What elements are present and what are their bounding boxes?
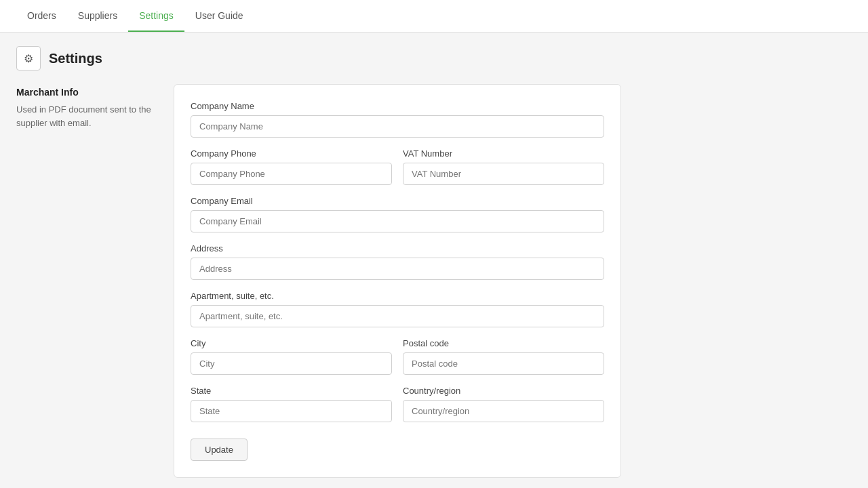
apartment-group: Apartment, suite, etc. (191, 291, 604, 327)
phone-vat-row: Company Phone VAT Number (191, 148, 604, 185)
sidebar-section-desc: Used in PDF document sent to the supplie… (16, 103, 152, 129)
address-input[interactable] (191, 258, 604, 280)
nav-item-user-guide[interactable]: User Guide (184, 1, 254, 32)
company-phone-label: Company Phone (191, 148, 392, 159)
address-label: Address (191, 243, 604, 253)
vat-number-col: VAT Number (403, 148, 604, 185)
state-label: State (191, 386, 392, 396)
page-header: ⚙ Settings (16, 46, 852, 70)
apartment-input[interactable] (191, 305, 604, 327)
postal-code-group: Postal code (403, 338, 604, 375)
vat-number-input[interactable] (403, 163, 604, 185)
apartment-label: Apartment, suite, etc. (191, 291, 604, 301)
postal-code-col: Postal code (403, 338, 604, 375)
country-group: Country/region (403, 386, 604, 422)
nav-item-settings[interactable]: Settings (128, 1, 184, 32)
city-label: City (191, 338, 392, 348)
sidebar-info: Marchant Info Used in PDF document sent … (16, 84, 152, 478)
city-input[interactable] (191, 352, 392, 375)
company-email-group: Company Email (191, 196, 604, 232)
form-card: Company Name Company Phone VAT Number (174, 84, 621, 478)
state-group: State (191, 386, 392, 422)
nav-bar: Orders Suppliers Settings User Guide (0, 0, 868, 33)
city-col: City (191, 338, 392, 375)
state-col: State (191, 386, 392, 422)
company-name-group: Company Name (191, 101, 604, 138)
page-container: ⚙ Settings Marchant Info Used in PDF doc… (0, 33, 868, 488)
country-col: Country/region (403, 386, 604, 422)
company-phone-group: Company Phone (191, 148, 392, 185)
country-label: Country/region (403, 386, 604, 396)
company-name-input[interactable] (191, 115, 604, 138)
page-title: Settings (49, 51, 102, 66)
nav-item-suppliers[interactable]: Suppliers (67, 1, 128, 32)
gear-icon: ⚙ (16, 46, 41, 70)
country-input[interactable] (403, 400, 604, 422)
postal-code-label: Postal code (403, 338, 604, 348)
company-phone-col: Company Phone (191, 148, 392, 185)
company-email-label: Company Email (191, 196, 604, 206)
vat-number-group: VAT Number (403, 148, 604, 185)
postal-code-input[interactable] (403, 352, 604, 375)
update-button[interactable]: Update (191, 439, 248, 461)
city-group: City (191, 338, 392, 375)
address-group: Address (191, 243, 604, 280)
company-email-input[interactable] (191, 210, 604, 232)
state-country-row: State Country/region (191, 386, 604, 422)
city-postal-row: City Postal code (191, 338, 604, 375)
content-layout: Marchant Info Used in PDF document sent … (16, 84, 852, 478)
sidebar-section-title: Marchant Info (16, 87, 152, 98)
company-name-label: Company Name (191, 101, 604, 111)
vat-number-label: VAT Number (403, 148, 604, 159)
state-input[interactable] (191, 400, 392, 422)
company-phone-input[interactable] (191, 163, 392, 185)
nav-item-orders[interactable]: Orders (16, 1, 67, 32)
